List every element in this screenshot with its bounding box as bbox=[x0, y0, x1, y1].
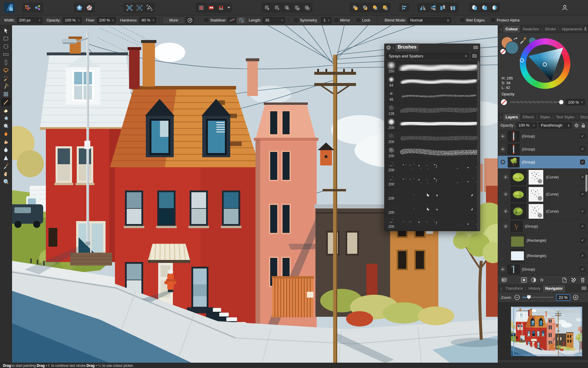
blend-mode-combo[interactable]: Normal▲▼ bbox=[408, 17, 451, 24]
insert-intersect-icon[interactable] bbox=[282, 3, 292, 12]
layer-visibility-checkbox[interactable]: ✓ bbox=[580, 134, 585, 139]
insert-subtract-icon[interactable] bbox=[272, 3, 282, 12]
tab-brushes[interactable]: Brushes bbox=[395, 43, 419, 51]
clip-layer-icon[interactable] bbox=[480, 3, 490, 12]
expand-arrow-icon[interactable]: ▶ bbox=[503, 175, 508, 180]
erase-tool[interactable] bbox=[1, 106, 11, 114]
tab-layers[interactable]: Layers bbox=[503, 114, 520, 121]
no-colour-swatch[interactable] bbox=[500, 49, 506, 54]
layer-visibility-checkbox[interactable]: ✓ bbox=[580, 192, 585, 197]
colour-opacity-slider[interactable] bbox=[509, 101, 563, 104]
layers-scrollbar[interactable] bbox=[585, 175, 587, 192]
panel-menu-icon[interactable] bbox=[582, 286, 586, 290]
hardness-combo[interactable]: 80 %▾ bbox=[139, 17, 156, 24]
snap-bounds-icon[interactable] bbox=[124, 3, 134, 12]
zoom-in-icon[interactable] bbox=[573, 294, 579, 300]
width-combo[interactable]: 200 px▾ bbox=[17, 17, 43, 24]
tab-stock[interactable]: Stock bbox=[578, 114, 588, 121]
brush-item[interactable]: 200 bbox=[385, 131, 480, 145]
mask-icon[interactable] bbox=[521, 277, 527, 283]
snap-shape-icon[interactable] bbox=[144, 3, 154, 12]
insert-inside-icon[interactable] bbox=[292, 3, 302, 12]
layer-row[interactable]: ▶ (Group) ✓ bbox=[498, 130, 588, 143]
app-logo-icon[interactable] bbox=[4, 2, 15, 13]
brush-item[interactable]: 64 bbox=[385, 74, 480, 89]
tab-appearance[interactable]: Appearance bbox=[559, 26, 584, 33]
brush-item[interactable]: 200 bbox=[385, 202, 480, 216]
grid-key-icon[interactable] bbox=[196, 3, 206, 12]
panel-grip-icon[interactable]: ‖ bbox=[500, 287, 502, 291]
layer-visibility-checkbox[interactable]: ✓ bbox=[580, 238, 585, 243]
new-layer-icon[interactable] bbox=[562, 277, 567, 283]
layer-visibility-checkbox[interactable]: ✓ bbox=[580, 253, 585, 258]
layer-row[interactable]: ▶ (Group) ✓ bbox=[498, 220, 588, 233]
swap-colours-icon[interactable] bbox=[513, 37, 519, 41]
wet-edges-checkbox[interactable] bbox=[460, 18, 464, 22]
blur-tool[interactable] bbox=[1, 146, 11, 154]
brushes-scrollbar[interactable] bbox=[477, 60, 480, 231]
layer-row[interactable]: ▶ (Curve) ✓ bbox=[498, 186, 588, 203]
expand-arrow-icon[interactable]: ▶ bbox=[503, 224, 508, 229]
tab-styles[interactable]: Styles bbox=[537, 114, 552, 121]
layer-row[interactable]: ▶ (Group) ✓ bbox=[498, 143, 588, 156]
export-slice-icon[interactable] bbox=[206, 3, 216, 12]
paint-brush-tool[interactable] bbox=[1, 98, 11, 106]
elliptical-marquee-tool[interactable] bbox=[1, 42, 11, 50]
burn-brush-tool[interactable] bbox=[1, 130, 11, 138]
navigator-preview[interactable] bbox=[498, 302, 588, 360]
layer-row[interactable]: ▶ (Group) ✓ bbox=[498, 263, 588, 275]
layers-blend-combo[interactable]: Passthrough▲▼ bbox=[539, 122, 572, 129]
protect-alpha-checkbox[interactable] bbox=[491, 18, 495, 22]
colour-picker-tool[interactable] bbox=[1, 162, 11, 170]
rotate-ccw-icon[interactable] bbox=[438, 3, 448, 12]
opacity-combo[interactable]: 100 %▾ bbox=[63, 17, 82, 24]
brush-item[interactable]: 200 bbox=[385, 173, 480, 188]
panel-grip-icon[interactable]: ‖ bbox=[392, 46, 394, 50]
layers-stack-icon[interactable] bbox=[501, 278, 507, 282]
eyedropper-icon[interactable] bbox=[519, 37, 527, 44]
arrange-front-icon[interactable] bbox=[380, 3, 390, 12]
snap-grid-icon[interactable] bbox=[134, 3, 144, 12]
brush-item[interactable]: 46 bbox=[385, 89, 480, 103]
symmetry-count-combo[interactable]: 1▾ bbox=[321, 17, 332, 24]
flood-select-tool[interactable] bbox=[1, 82, 11, 90]
fx-icon[interactable]: fx bbox=[540, 278, 544, 282]
colour-grid-icon[interactable] bbox=[23, 3, 33, 12]
collapse-arrow-icon[interactable]: ▼ bbox=[500, 160, 505, 165]
colour-swatches[interactable] bbox=[501, 37, 520, 56]
snapping-caret-icon[interactable] bbox=[226, 3, 231, 12]
zoom-tool[interactable] bbox=[1, 178, 11, 185]
window-stabiliser-icon[interactable] bbox=[237, 17, 245, 24]
flip-vertical-icon[interactable] bbox=[428, 3, 438, 12]
panel-grip-icon[interactable]: ‖ bbox=[500, 116, 502, 119]
flood-fill-tool[interactable] bbox=[1, 114, 11, 122]
lock-checkbox[interactable] bbox=[357, 18, 360, 22]
mirror-checkbox[interactable] bbox=[335, 18, 338, 22]
expand-arrow-icon[interactable]: ▶ bbox=[503, 192, 508, 197]
adjustment-icon[interactable] bbox=[531, 277, 536, 283]
smudge-tool[interactable] bbox=[1, 138, 11, 146]
triangle-selector[interactable] bbox=[543, 62, 547, 67]
tab-swatches[interactable]: Swatches bbox=[520, 26, 541, 33]
layer-visibility-checkbox[interactable]: ✓ bbox=[580, 209, 585, 214]
zoom-value[interactable]: 22 % bbox=[556, 294, 571, 301]
insert-replace-icon[interactable] bbox=[302, 3, 312, 12]
brush-item[interactable]: 200 bbox=[385, 216, 480, 230]
row-marquee-tool[interactable] bbox=[1, 50, 11, 58]
arrange-forward-icon[interactable] bbox=[370, 3, 380, 12]
tab-text-styles[interactable]: Text Styles bbox=[554, 114, 577, 121]
colour-opacity-combo[interactable]: 100 %▾ bbox=[566, 99, 585, 105]
panel-menu-icon[interactable] bbox=[473, 45, 478, 49]
column-marquee-tool[interactable] bbox=[1, 58, 11, 66]
expand-arrow-icon[interactable]: ▶ bbox=[503, 209, 508, 214]
opacity-none-icon[interactable] bbox=[501, 99, 507, 105]
lock-icon[interactable] bbox=[581, 123, 586, 128]
panel-grip-icon[interactable]: ‖ bbox=[500, 28, 502, 31]
panel-menu-icon[interactable] bbox=[584, 27, 586, 31]
zoom-out-icon[interactable] bbox=[514, 294, 520, 300]
arrange-backward-icon[interactable] bbox=[360, 3, 370, 12]
close-icon[interactable]: ✕ bbox=[386, 45, 391, 50]
magnet-snapping-icon[interactable] bbox=[216, 3, 226, 12]
move-tool[interactable] bbox=[1, 26, 11, 34]
flower-off-icon[interactable] bbox=[84, 3, 94, 12]
